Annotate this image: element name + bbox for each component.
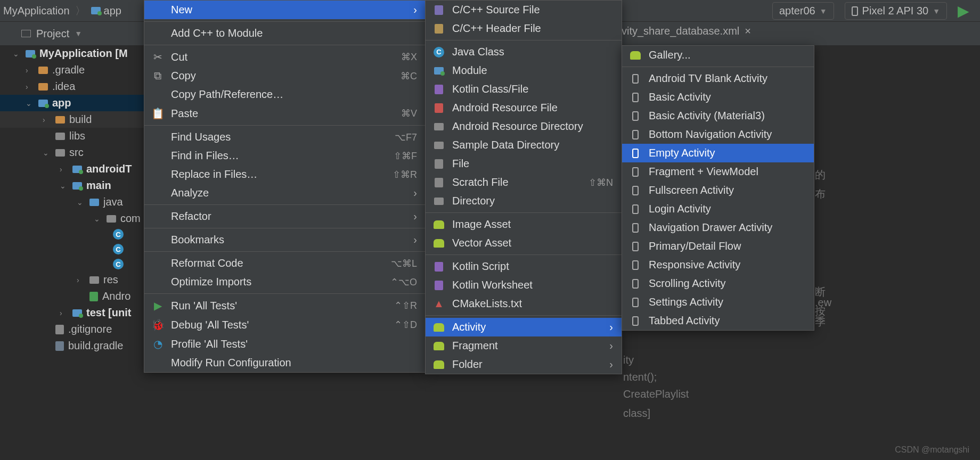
menu-gallery[interactable]: Gallery... bbox=[622, 46, 814, 64]
android-icon bbox=[433, 323, 445, 332]
tree-gradle[interactable]: ›.gradle bbox=[0, 62, 160, 78]
tree-root[interactable]: ⌄MyApplication [M bbox=[0, 45, 160, 62]
project-view-selector[interactable]: Project ▼ bbox=[0, 28, 82, 40]
phone-icon bbox=[630, 316, 641, 326]
menu-file[interactable]: File bbox=[426, 154, 622, 173]
tree-class-1[interactable]: C bbox=[0, 227, 160, 242]
menu-activity-template[interactable]: Fragment + ViewModel bbox=[622, 162, 814, 181]
tree-test[interactable]: ›test [unit bbox=[0, 305, 160, 321]
menu-cmake[interactable]: ▲CMakeLists.txt bbox=[426, 294, 622, 313]
folder-icon bbox=[55, 116, 65, 124]
menu-activity-template[interactable]: Login Activity bbox=[622, 200, 814, 218]
menu-separator bbox=[144, 204, 426, 205]
menu-fragment[interactable]: Fragment› bbox=[426, 336, 622, 355]
run-config-selector[interactable]: apter06▼ bbox=[772, 2, 834, 20]
phone-icon bbox=[630, 260, 641, 270]
menu-copy-path[interactable]: Copy Path/Reference… bbox=[144, 85, 426, 104]
menu-new[interactable]: New› bbox=[144, 1, 426, 19]
menu-activity-template[interactable]: Settings Activity bbox=[622, 293, 814, 311]
menu-activity-template[interactable]: Empty Activity bbox=[622, 144, 814, 162]
menu-activity-template[interactable]: Scrolling Activity bbox=[622, 274, 814, 293]
close-icon[interactable]: × bbox=[745, 25, 751, 37]
tree-app[interactable]: ⌄app bbox=[0, 95, 160, 111]
menu-vector-asset[interactable]: Vector Asset bbox=[426, 234, 622, 252]
menu-replace-files[interactable]: Replace in Files…⇧⌘R bbox=[144, 165, 426, 184]
menu-debug-tests[interactable]: 🐞Debug 'All Tests'⌃⇧D bbox=[144, 315, 426, 334]
menu-sample-data[interactable]: Sample Data Directory bbox=[426, 136, 622, 154]
menu-add-cpp[interactable]: Add C++ to Module bbox=[144, 24, 426, 43]
class-icon: C bbox=[113, 259, 124, 269]
menu-resource-dir[interactable]: Android Resource Directory bbox=[426, 117, 622, 136]
menu-activity-template[interactable]: Responsive Activity bbox=[622, 256, 814, 274]
menu-profile-tests[interactable]: ◔Profile 'All Tests' bbox=[144, 334, 426, 354]
menu-reformat[interactable]: Reformat Code⌥⌘L bbox=[144, 254, 426, 273]
tree-build[interactable]: ›build bbox=[0, 111, 160, 128]
phone-icon bbox=[630, 223, 641, 233]
menu-activity-template[interactable]: Basic Activity (Material3) bbox=[622, 106, 814, 125]
tree-gitignore[interactable]: .gitignore bbox=[0, 321, 160, 338]
menu-run-tests[interactable]: ▶Run 'All Tests'⌃⇧R bbox=[144, 296, 426, 315]
menu-folder[interactable]: Folder› bbox=[426, 355, 622, 374]
module-folder-icon bbox=[91, 7, 101, 14]
menu-image-asset[interactable]: Image Asset bbox=[426, 215, 622, 234]
folder-icon bbox=[38, 83, 48, 91]
menu-find-files[interactable]: Find in Files…⇧⌘F bbox=[144, 146, 426, 165]
menu-modify-run-config[interactable]: Modify Run Configuration bbox=[144, 354, 426, 372]
device-selector[interactable]: Pixel 2 API 30▼ bbox=[845, 2, 947, 20]
menu-resource-file[interactable]: Android Resource File bbox=[426, 98, 622, 117]
folder-icon bbox=[55, 133, 65, 140]
menu-separator bbox=[426, 40, 622, 40]
phone-icon bbox=[630, 130, 641, 139]
menu-java-class[interactable]: CJava Class bbox=[426, 43, 622, 61]
tree-androidtest[interactable]: ›androidT bbox=[0, 161, 160, 177]
kotlin-icon bbox=[433, 85, 445, 94]
tree-res[interactable]: ›res bbox=[0, 272, 160, 288]
tree-main[interactable]: ⌄main bbox=[0, 177, 160, 194]
menu-module[interactable]: Module bbox=[426, 61, 622, 80]
menu-paste[interactable]: 📋Paste⌘V bbox=[144, 104, 426, 123]
menu-find-usages[interactable]: Find Usages⌥F7 bbox=[144, 128, 426, 146]
breadcrumb-sep: 〉 bbox=[75, 4, 86, 18]
run-button[interactable]: ▶ bbox=[958, 2, 969, 20]
menu-activity[interactable]: Activity› bbox=[426, 318, 622, 336]
tree-class-2[interactable]: C bbox=[0, 242, 160, 257]
menu-refactor[interactable]: Refactor› bbox=[144, 207, 426, 226]
menu-activity-template[interactable]: Basic Activity bbox=[622, 88, 814, 106]
editor-tab[interactable]: vity_share_database.xml× bbox=[622, 25, 751, 37]
tree-idea[interactable]: ›.idea bbox=[0, 78, 160, 95]
menu-activity-template[interactable]: Navigation Drawer Activity bbox=[622, 218, 814, 237]
menu-kotlin-worksheet[interactable]: Kotlin Worksheet bbox=[426, 276, 622, 294]
menu-bookmarks[interactable]: Bookmarks› bbox=[144, 231, 426, 249]
menu-separator bbox=[144, 125, 426, 126]
tree-libs[interactable]: libs bbox=[0, 128, 160, 144]
menu-directory[interactable]: Directory bbox=[426, 192, 622, 210]
menu-activity-template[interactable]: Tabbed Activity bbox=[622, 311, 814, 330]
menu-activity-template[interactable]: Primary/Detail Flow bbox=[622, 237, 814, 256]
tree-class-3[interactable]: C bbox=[0, 257, 160, 272]
class-icon: C bbox=[113, 229, 124, 240]
tree-buildgradle[interactable]: build.gradle bbox=[0, 338, 160, 354]
menu-copy[interactable]: ⧉Copy⌘C bbox=[144, 67, 426, 85]
tree-java[interactable]: ⌄java bbox=[0, 194, 160, 210]
menu-optimize-imports[interactable]: Optimize Imports⌃⌥O bbox=[144, 273, 426, 291]
menu-kotlin-script[interactable]: Kotlin Script bbox=[426, 257, 622, 276]
tree-com[interactable]: ⌄com bbox=[0, 210, 160, 227]
activity-submenu: Gallery... Android TV Blank ActivityBasi… bbox=[622, 45, 814, 331]
menu-activity-template[interactable]: Bottom Navigation Activity bbox=[622, 125, 814, 144]
breadcrumb-root[interactable]: MyApplication bbox=[3, 5, 70, 17]
chevron-down-icon: ▼ bbox=[75, 29, 82, 38]
tree-manifest[interactable]: Andro bbox=[0, 288, 160, 305]
menu-scratch-file[interactable]: Scratch File⇧⌘N bbox=[426, 173, 622, 192]
android-icon bbox=[433, 360, 445, 369]
bug-icon: 🐞 bbox=[152, 318, 164, 331]
menu-activity-template[interactable]: Android TV Blank Activity bbox=[622, 69, 814, 88]
menu-c-header[interactable]: C/C++ Header File bbox=[426, 19, 622, 38]
menu-c-source[interactable]: C/C++ Source File bbox=[426, 1, 622, 19]
menu-analyze[interactable]: Analyze› bbox=[144, 184, 426, 202]
menu-cut[interactable]: ✂Cut⌘X bbox=[144, 47, 426, 67]
breadcrumb-module[interactable]: app bbox=[91, 5, 121, 17]
tree-src[interactable]: ⌄src bbox=[0, 144, 160, 161]
menu-kotlin-class[interactable]: Kotlin Class/File bbox=[426, 80, 622, 98]
menu-activity-template[interactable]: Fullscreen Activity bbox=[622, 181, 814, 200]
project-tree[interactable]: ⌄MyApplication [M ›.gradle ›.idea ⌄app ›… bbox=[0, 45, 160, 354]
